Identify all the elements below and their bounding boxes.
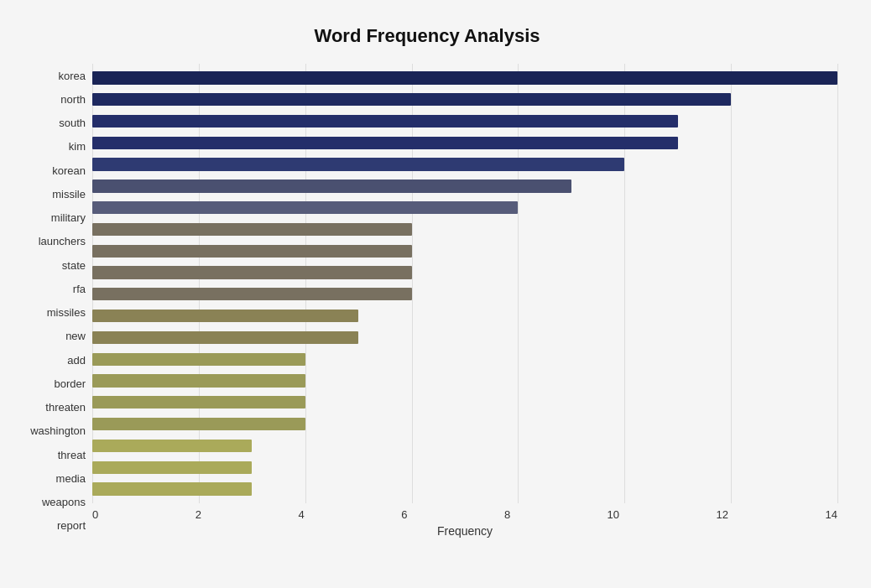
bar-row	[92, 327, 837, 349]
bar	[92, 180, 571, 192]
y-label: report	[17, 520, 86, 531]
y-label: add	[17, 355, 86, 366]
x-axis-label: Frequency	[92, 524, 837, 538]
y-label: kim	[17, 141, 86, 152]
chart-area: koreanorthsouthkimkoreanmissilemilitaryl…	[17, 64, 837, 538]
bar-row	[92, 370, 837, 392]
bar	[92, 374, 305, 387]
x-tick: 10	[608, 508, 619, 521]
bar	[92, 353, 305, 366]
y-label: border	[17, 378, 86, 389]
y-axis-labels: koreanorthsouthkimkoreanmissilemilitaryl…	[17, 64, 92, 538]
y-label: threaten	[17, 402, 86, 413]
x-tick: 2	[196, 508, 201, 521]
bar-row	[92, 305, 837, 327]
bar	[92, 331, 358, 344]
y-label: military	[17, 212, 86, 223]
bar	[92, 223, 412, 236]
x-axis: 02468101214	[92, 503, 837, 521]
y-label: korea	[17, 70, 86, 81]
x-tick: 8	[504, 508, 510, 521]
y-label: rfa	[17, 284, 86, 294]
bar	[92, 71, 837, 84]
y-label: new	[17, 330, 86, 341]
y-label: state	[17, 260, 86, 271]
bar-row	[92, 197, 837, 219]
grid-and-bars	[92, 64, 837, 503]
x-tick: 12	[717, 508, 728, 521]
x-tick: 0	[92, 508, 98, 521]
bar	[92, 288, 412, 300]
x-tick: 14	[826, 508, 837, 521]
x-tick: 4	[298, 508, 304, 521]
bar	[92, 461, 252, 474]
bar	[92, 482, 252, 495]
bar-row	[92, 414, 837, 435]
bar	[92, 93, 731, 106]
bar-row	[92, 478, 837, 500]
y-label: launchers	[17, 236, 86, 247]
y-label: north	[17, 94, 86, 105]
y-label: media	[17, 473, 86, 484]
bar-row	[92, 348, 837, 370]
bar-row	[92, 154, 837, 175]
bar	[92, 201, 518, 214]
bar	[92, 266, 412, 278]
bar-row	[92, 67, 837, 89]
bar-row	[92, 111, 837, 133]
bar-row	[92, 219, 837, 241]
chart-title: Word Frequency Analysis	[17, 25, 837, 47]
bar-row	[92, 132, 837, 154]
bar	[92, 396, 305, 408]
bar-row	[92, 435, 837, 457]
y-label: missile	[17, 189, 86, 200]
bar	[92, 245, 412, 258]
plot-area: 02468101214 Frequency	[92, 64, 837, 538]
bar	[92, 158, 624, 170]
bar-row	[92, 89, 837, 111]
bar-row	[92, 240, 837, 262]
grid-line	[837, 64, 838, 503]
bar	[92, 137, 678, 149]
y-label: missiles	[17, 307, 86, 318]
y-label: south	[17, 117, 86, 128]
bar	[92, 418, 305, 430]
bar-row	[92, 284, 837, 305]
bar	[92, 115, 678, 127]
bar-row	[92, 175, 837, 197]
bar	[92, 310, 358, 322]
chart-container: Word Frequency Analysis koreanorthsouthk…	[0, 0, 871, 588]
bars-wrapper	[92, 64, 837, 503]
bar-row	[92, 392, 837, 414]
y-label: threat	[17, 450, 86, 461]
y-label: weapons	[17, 497, 86, 507]
bar	[92, 440, 252, 452]
y-label: korean	[17, 165, 86, 176]
x-tick: 6	[401, 508, 407, 521]
y-label: washington	[17, 425, 86, 436]
bar-row	[92, 262, 837, 284]
bar-row	[92, 456, 837, 478]
